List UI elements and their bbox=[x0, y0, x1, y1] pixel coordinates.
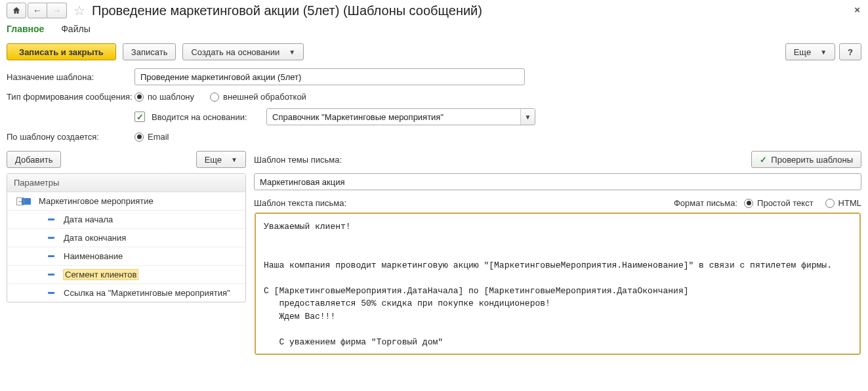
favorite-star-icon[interactable]: ☆ bbox=[73, 3, 85, 18]
tree-item-icon bbox=[48, 274, 54, 276]
tree-item-label: Ссылка на "Маркетинговые мероприятия" bbox=[64, 288, 230, 298]
parameters-tree: Параметры – Маркетинговое мероприятие Да… bbox=[7, 173, 246, 302]
radio-by-template-label: по шаблону bbox=[148, 92, 194, 102]
radio-by-template[interactable]: по шаблону bbox=[134, 92, 194, 102]
radio-dot-icon bbox=[825, 199, 835, 208]
tree-item-label: Сегмент клиентов bbox=[64, 270, 138, 279]
tree-root-node[interactable]: – Маркетинговое мероприятие bbox=[7, 192, 245, 211]
caret-down-icon: ▼ bbox=[231, 156, 238, 163]
write-button[interactable]: Записать bbox=[123, 43, 176, 60]
tree-item-label: Дата окончания bbox=[64, 233, 126, 243]
more-label: Еще bbox=[794, 47, 811, 57]
radio-email-label: Email bbox=[148, 132, 169, 142]
tree-item-icon bbox=[48, 237, 54, 239]
home-icon bbox=[12, 6, 21, 15]
msg-type-label: Тип формирования сообщения: bbox=[7, 92, 134, 102]
parameters-header: Параметры bbox=[7, 174, 245, 192]
help-button[interactable]: ? bbox=[839, 43, 861, 60]
tree-item-label: Наименование bbox=[64, 251, 123, 261]
tree-item[interactable]: Ссылка на "Маркетинговые мероприятия" bbox=[7, 284, 245, 302]
tree-collapse-icon[interactable]: – bbox=[16, 197, 24, 205]
home-button[interactable] bbox=[7, 3, 26, 18]
radio-external-label: внешней обработкой bbox=[223, 92, 306, 102]
format-label: Формат письма: bbox=[674, 198, 737, 208]
more-button[interactable]: Еще ▼ bbox=[785, 43, 835, 60]
radio-dot-icon bbox=[744, 199, 753, 208]
purpose-label: Назначение шаблона: bbox=[7, 72, 134, 82]
check-templates-label: Проверить шаблоны bbox=[771, 155, 853, 165]
tree-item-icon bbox=[48, 255, 54, 257]
radio-dot-icon bbox=[210, 93, 219, 102]
left-more-button[interactable]: Еще ▼ bbox=[196, 151, 246, 168]
based-on-value: Справочник "Маркетинговые мероприятия" bbox=[267, 109, 520, 125]
create-based-on-button[interactable]: Создать на основании ▼ bbox=[182, 43, 304, 60]
caret-down-icon: ▼ bbox=[289, 49, 295, 56]
creates-label: По шаблону создается: bbox=[7, 132, 134, 142]
radio-dot-icon bbox=[134, 133, 144, 142]
check-templates-button[interactable]: Проверить шаблоны bbox=[751, 151, 861, 168]
radio-plain-label: Простой текст bbox=[757, 198, 814, 208]
forward-button: → bbox=[47, 3, 67, 18]
back-button[interactable]: ← bbox=[28, 3, 47, 18]
radio-dot-icon bbox=[134, 93, 144, 102]
page-title: Проведение маркетинговой акции (5лет) (Ш… bbox=[92, 3, 482, 18]
tree-item-label: Дата начала bbox=[64, 215, 113, 224]
write-and-close-button[interactable]: Записать и закрыть bbox=[7, 43, 116, 60]
combo-dropdown-button[interactable]: ▼ bbox=[520, 109, 535, 125]
body-textarea[interactable]: Уважаемый клиент! Наша компания проводит… bbox=[255, 213, 860, 354]
tree-item[interactable]: Дата начала bbox=[7, 211, 245, 229]
tree-root-label: Маркетинговое мероприятие bbox=[39, 196, 154, 206]
body-label: Шаблон текста письма: bbox=[254, 198, 346, 208]
based-on-combo[interactable]: Справочник "Маркетинговые мероприятия" ▼ bbox=[266, 108, 535, 125]
left-more-label: Еще bbox=[205, 155, 222, 165]
based-on-checkbox[interactable]: ✓ bbox=[134, 112, 145, 122]
subject-input[interactable] bbox=[254, 173, 861, 190]
purpose-input[interactable] bbox=[134, 68, 525, 85]
tab-files[interactable]: Файлы bbox=[61, 24, 90, 34]
tree-item-icon bbox=[48, 218, 54, 220]
radio-html-label: HTML bbox=[838, 198, 861, 208]
arrow-left-icon: ← bbox=[33, 5, 42, 16]
radio-email[interactable]: Email bbox=[134, 132, 169, 142]
radio-external[interactable]: внешней обработкой bbox=[210, 92, 306, 102]
caret-down-icon: ▼ bbox=[525, 113, 531, 121]
tree-item-icon bbox=[48, 292, 54, 294]
based-on-label: Вводится на основании: bbox=[152, 112, 266, 122]
arrow-right-icon: → bbox=[52, 5, 62, 16]
close-button[interactable]: × bbox=[854, 4, 860, 15]
subject-label: Шаблон темы письма: bbox=[254, 155, 342, 165]
tree-item[interactable]: Дата окончания bbox=[7, 229, 245, 247]
tree-item[interactable]: Наименование bbox=[7, 247, 245, 266]
tab-main[interactable]: Главное bbox=[7, 24, 44, 34]
add-button[interactable]: Добавить bbox=[7, 151, 61, 168]
create-based-on-label: Создать на основании bbox=[191, 47, 279, 57]
tree-item-selected[interactable]: Сегмент клиентов bbox=[7, 266, 245, 284]
caret-down-icon: ▼ bbox=[820, 49, 827, 56]
radio-plain-text[interactable]: Простой текст bbox=[744, 198, 814, 208]
radio-html[interactable]: HTML bbox=[825, 198, 861, 208]
